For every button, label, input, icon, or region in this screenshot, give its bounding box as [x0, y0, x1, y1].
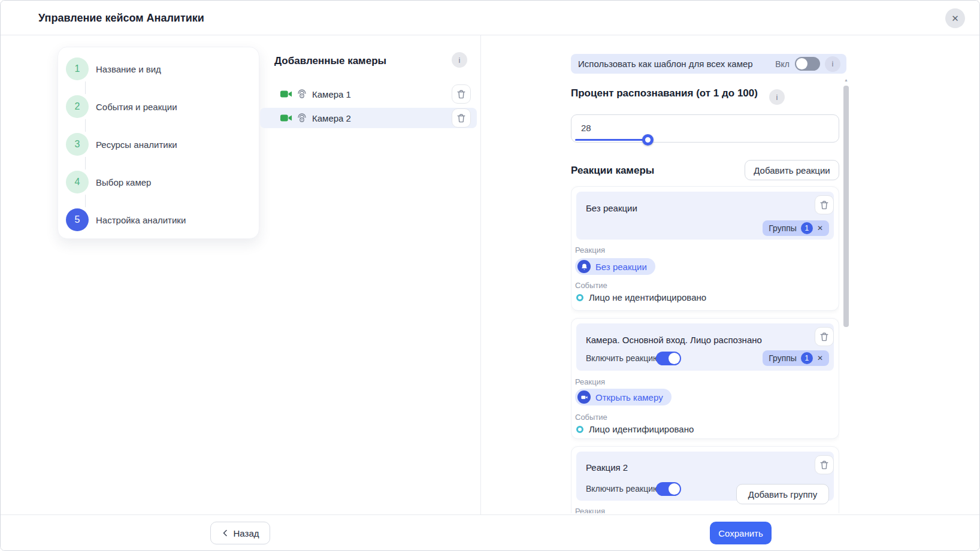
reaction-card: Без реакции Группы 1 ✕ Реакция: [571, 186, 839, 311]
reaction-label: Реакция: [575, 246, 605, 255]
reaction-card-title: Камера. Основной вход. Лицо распознано: [586, 335, 762, 345]
step-analytics-settings[interactable]: 5 Настройка аналитики: [66, 208, 259, 231]
page-title: Управление кейсом Аналитики: [38, 12, 204, 25]
dome-camera-icon: [297, 89, 307, 99]
step-number: 5: [66, 208, 89, 231]
wizard-stepper: 1 Название и вид 2 События и реакции 3 Р…: [58, 47, 259, 239]
reaction-card: Камера. Основной вход. Лицо распознано В…: [571, 318, 839, 439]
recognition-percent-input[interactable]: [581, 123, 629, 133]
toggle-knob: [796, 58, 807, 69]
reaction-card: Реакция 2 Включить реакцию Добавить груп…: [571, 446, 839, 513]
scrollbar-thumb[interactable]: [843, 86, 849, 327]
reaction-label: Реакция: [575, 377, 605, 386]
toggle-knob: [669, 353, 680, 364]
event-label: Событие: [575, 413, 607, 422]
percent-info-button[interactable]: i: [769, 89, 785, 105]
chip-remove-icon[interactable]: ✕: [817, 225, 823, 232]
groups-count-badge: 1: [801, 222, 813, 234]
dialog-header: Управление кейсом Аналитики ✕: [1, 1, 979, 35]
dialog-footer: Назад Сохранить: [1, 514, 979, 551]
step-name-and-type[interactable]: 1 Название и вид: [66, 57, 259, 80]
camera-reactions-heading: Реакции камеры: [571, 165, 654, 177]
toggle-knob: [669, 483, 680, 495]
reaction-card-header: Камера. Основной вход. Лицо распознано В…: [576, 323, 834, 371]
groups-chip[interactable]: Группы 1 ✕: [763, 350, 829, 366]
template-toggle[interactable]: [795, 57, 820, 71]
step-connector: [85, 119, 86, 132]
info-icon: i: [832, 59, 834, 68]
reaction-type-chip[interactable]: Без реакции: [575, 258, 655, 275]
toggle-state-label: Вкл: [775, 59, 790, 69]
camera-name: Камера 2: [312, 113, 452, 123]
event-row: Лицо не идентифицировано: [576, 292, 706, 302]
info-icon: i: [459, 56, 461, 65]
save-button[interactable]: Сохранить: [710, 522, 772, 544]
step-connector: [85, 195, 86, 207]
template-info-button[interactable]: i: [825, 56, 840, 72]
trash-icon: [819, 200, 829, 210]
groups-chip[interactable]: Группы 1 ✕: [763, 220, 829, 236]
percent-slider-handle[interactable]: [642, 134, 654, 146]
step-number: 2: [66, 95, 89, 118]
step-number: 3: [66, 133, 89, 156]
analytics-settings-panel: Процент распознавания (от 1 до 100) i Ре…: [571, 77, 839, 513]
cameras-info-button[interactable]: i: [452, 52, 467, 68]
video-camera-icon: [280, 113, 292, 123]
template-label: Использовать как шаблон для всех камер: [578, 59, 775, 69]
step-number: 1: [66, 57, 89, 80]
video-camera-icon: [280, 89, 292, 99]
recognition-percent-heading: Процент распознавания (от 1 до 100): [571, 87, 758, 99]
step-camera-select[interactable]: 4 Выбор камер: [66, 171, 259, 193]
delete-reaction-button[interactable]: [815, 195, 834, 214]
scroll-up-arrow[interactable]: ▲: [843, 77, 849, 83]
reaction-card-header: Без реакции Группы 1 ✕: [576, 192, 834, 240]
reaction-card-title: Без реакции: [586, 203, 637, 213]
trash-icon: [456, 113, 466, 123]
camera-name: Камера 1: [312, 89, 452, 99]
open-camera-icon: [577, 390, 591, 404]
delete-reaction-button[interactable]: [815, 327, 834, 346]
panel-scrollbar[interactable]: ▲: [843, 77, 849, 513]
step-events-reactions[interactable]: 2 События и реакции: [66, 95, 259, 118]
analytics-case-dialog: Управление кейсом Аналитики ✕ 1 Название…: [0, 0, 980, 551]
added-cameras-heading: Добавленные камеры: [274, 55, 386, 67]
step-connector: [85, 157, 86, 169]
step-connector: [85, 81, 86, 94]
event-row: Лицо идентифицировано: [576, 424, 694, 434]
trash-icon: [819, 460, 829, 470]
groups-count-badge: 1: [801, 352, 813, 364]
chevron-left-icon: [222, 529, 229, 537]
add-group-button[interactable]: Добавить группу: [736, 484, 829, 504]
delete-camera-button[interactable]: [452, 84, 471, 104]
camera-row[interactable]: Камера 1: [260, 84, 477, 104]
event-status-icon: [576, 426, 583, 433]
add-reactions-button[interactable]: Добавить реакции: [745, 160, 839, 180]
step-number: 4: [66, 171, 89, 193]
dome-camera-icon: [297, 113, 307, 123]
column-divider: [480, 35, 481, 514]
template-for-all-cameras-bar: Использовать как шаблон для всех камер В…: [571, 54, 846, 74]
chip-remove-icon[interactable]: ✕: [817, 355, 823, 362]
camera-row-selected[interactable]: Камера 2: [260, 108, 477, 128]
step-analytics-resources[interactable]: 3 Ресурсы аналитики: [66, 133, 259, 156]
delete-reaction-button[interactable]: [815, 455, 834, 474]
enable-reaction-toggle[interactable]: [656, 352, 681, 365]
enable-reaction-label: Включить реакцию: [586, 484, 660, 494]
trash-icon: [456, 89, 466, 99]
reaction-card-title: Реакция 2: [586, 462, 628, 473]
percent-slider-track: [575, 139, 648, 141]
event-status-icon: [576, 294, 583, 301]
dialog-body: 1 Название и вид 2 События и реакции 3 Р…: [1, 35, 980, 514]
no-reaction-icon: [577, 260, 591, 273]
back-button[interactable]: Назад: [210, 522, 270, 544]
recognition-percent-field: [571, 114, 839, 143]
reaction-card-header: Реакция 2 Включить реакцию Добавить груп…: [576, 452, 834, 501]
reaction-type-chip[interactable]: Открыть камеру: [575, 389, 672, 405]
enable-reaction-toggle[interactable]: [656, 482, 681, 496]
close-icon: ✕: [951, 13, 959, 23]
close-button[interactable]: ✕: [945, 8, 965, 28]
reaction-label: Реакция: [575, 507, 605, 513]
enable-reaction-label: Включить реакцию: [586, 353, 660, 363]
delete-camera-button[interactable]: [452, 108, 471, 128]
info-icon: i: [776, 93, 778, 102]
